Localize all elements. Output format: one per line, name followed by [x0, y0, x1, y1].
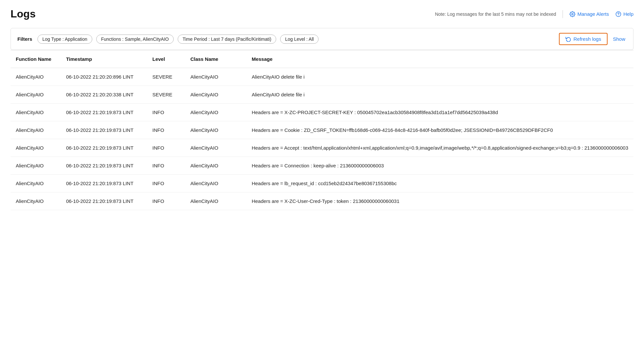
cell-function-name: AlienCityAIO [11, 86, 61, 104]
cell-function-name: AlienCityAIO [11, 192, 61, 210]
cell-class-name: AlienCityAIO [185, 121, 247, 139]
cell-level: INFO [147, 157, 185, 175]
cell-level: INFO [147, 192, 185, 210]
cell-message: Headers are = Cookie : ZD_CSRF_TOKEN=ffb… [246, 121, 633, 139]
table-row: AlienCityAIO06-10-2022 21:20:20:338 LINT… [11, 86, 633, 104]
vertical-divider [563, 10, 563, 18]
cell-class-name: AlienCityAIO [185, 86, 247, 104]
cell-level: SEVERE [147, 68, 185, 86]
col-header-class-name: Class Name [185, 50, 247, 68]
cell-class-name: AlienCityAIO [185, 192, 247, 210]
cell-message: Headers are = Accept : text/html,applica… [246, 139, 633, 157]
manage-alerts-button[interactable]: Manage Alerts [569, 11, 609, 17]
table-row: AlienCityAIO06-10-2022 21:20:19:873 LINT… [11, 192, 633, 210]
refresh-logs-label: Refresh logs [573, 36, 601, 42]
filters-bar: Filters Log Type : Application Functions… [11, 28, 633, 50]
help-button[interactable]: Help [615, 11, 633, 17]
manage-alerts-label: Manage Alerts [577, 11, 609, 17]
cell-level: SEVERE [147, 86, 185, 104]
col-header-function-name: Function Name [11, 50, 61, 68]
cell-level: INFO [147, 121, 185, 139]
table-row: AlienCityAIO06-10-2022 21:20:20:896 LINT… [11, 68, 633, 86]
help-label: Help [623, 11, 633, 17]
cell-message: Headers are = lb_request_id : ccd15eb2d2… [246, 175, 633, 192]
help-icon [615, 11, 621, 17]
cell-message: AlienCityAIO delete file i [246, 68, 633, 86]
cell-timestamp: 06-10-2022 21:20:19:873 LINT [61, 121, 147, 139]
col-header-timestamp: Timestamp [61, 50, 147, 68]
cell-class-name: AlienCityAIO [185, 157, 247, 175]
filter-chip-functions[interactable]: Functions : Sample, AlienCityAIO [96, 35, 174, 44]
table-row: AlienCityAIO06-10-2022 21:20:19:873 LINT… [11, 104, 633, 121]
cell-timestamp: 06-10-2022 21:20:19:873 LINT [61, 192, 147, 210]
cell-function-name: AlienCityAIO [11, 104, 61, 121]
table-header-row: Function Name Timestamp Level Class Name… [11, 50, 633, 68]
cell-message: AlienCityAIO delete file i [246, 86, 633, 104]
cell-message: Headers are = X-ZC-User-Cred-Type : toke… [246, 192, 633, 210]
cell-level: INFO [147, 175, 185, 192]
cell-class-name: AlienCityAIO [185, 68, 247, 86]
filter-chip-log-type[interactable]: Log Type : Application [37, 35, 92, 44]
page-header: Logs Note: Log messages for the last 5 m… [11, 8, 633, 20]
logs-table: Function Name Timestamp Level Class Name… [11, 50, 633, 210]
cell-timestamp: 06-10-2022 21:20:20:338 LINT [61, 86, 147, 104]
cell-message: Headers are = Connection : keep-alive : … [246, 157, 633, 175]
cell-function-name: AlienCityAIO [11, 139, 61, 157]
svg-point-0 [572, 13, 573, 15]
note-text: Note: Log messages for the last 5 mins m… [435, 12, 556, 17]
cell-function-name: AlienCityAIO [11, 157, 61, 175]
cell-level: INFO [147, 139, 185, 157]
cell-function-name: AlienCityAIO [11, 68, 61, 86]
filter-chip-time-period[interactable]: Time Period : Last 7 days (Pacific/Kirit… [178, 35, 276, 44]
col-header-message: Message [246, 50, 633, 68]
filters-label: Filters [17, 36, 32, 42]
header-right: Note: Log messages for the last 5 mins m… [435, 10, 633, 18]
filter-chip-log-level[interactable]: Log Level : All [280, 35, 319, 44]
cell-class-name: AlienCityAIO [185, 139, 247, 157]
gear-icon [569, 11, 575, 17]
cell-function-name: AlienCityAIO [11, 175, 61, 192]
cell-timestamp: 06-10-2022 21:20:19:873 LINT [61, 139, 147, 157]
cell-class-name: AlienCityAIO [185, 175, 247, 192]
table-row: AlienCityAIO06-10-2022 21:20:19:873 LINT… [11, 175, 633, 192]
refresh-icon [566, 36, 571, 42]
col-header-level: Level [147, 50, 185, 68]
show-button[interactable]: Show [611, 34, 627, 44]
table-row: AlienCityAIO06-10-2022 21:20:19:873 LINT… [11, 139, 633, 157]
cell-function-name: AlienCityAIO [11, 121, 61, 139]
table-row: AlienCityAIO06-10-2022 21:20:19:873 LINT… [11, 121, 633, 139]
table-row: AlienCityAIO06-10-2022 21:20:19:873 LINT… [11, 157, 633, 175]
cell-timestamp: 06-10-2022 21:20:19:873 LINT [61, 104, 147, 121]
cell-message: Headers are = X-ZC-PROJECT-SECRET-KEY : … [246, 104, 633, 121]
cell-timestamp: 06-10-2022 21:20:19:873 LINT [61, 175, 147, 192]
page-title: Logs [11, 8, 35, 20]
cell-class-name: AlienCityAIO [185, 104, 247, 121]
show-label: Show [613, 36, 625, 42]
cell-level: INFO [147, 104, 185, 121]
refresh-logs-button[interactable]: Refresh logs [559, 33, 608, 45]
cell-timestamp: 06-10-2022 21:20:20:896 LINT [61, 68, 147, 86]
cell-timestamp: 06-10-2022 21:20:19:873 LINT [61, 157, 147, 175]
